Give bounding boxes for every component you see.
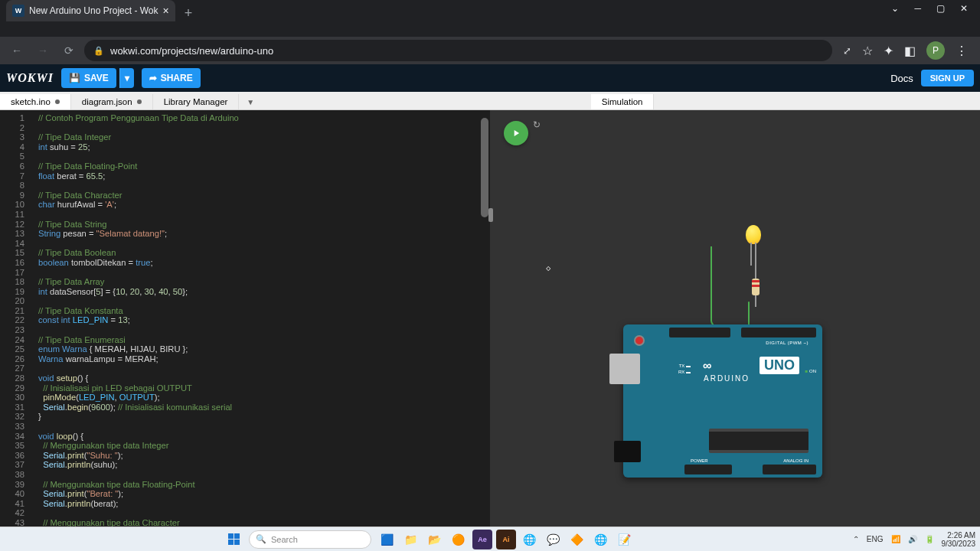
aftereffects-icon[interactable]: Ae [472, 530, 492, 549]
chrome2-icon[interactable]: 🌐 [591, 530, 611, 549]
tab-menu-dropdown[interactable]: ▼ [239, 95, 262, 109]
close-tab-icon[interactable]: × [163, 5, 169, 17]
power-jack [614, 441, 641, 462]
digital-label: DIGITAL (PWM ~) [766, 341, 808, 345]
url-text: wokwi.com/projects/new/arduino-uno [110, 45, 273, 57]
wokwi-logo[interactable]: WOKWI [6, 71, 54, 85]
play-button[interactable] [504, 121, 528, 145]
widgets-icon[interactable]: 🟦 [377, 530, 397, 549]
simulation-pane[interactable]: ↻ ⬦ [493, 110, 980, 527]
taskbar-search[interactable]: 🔍 Search [249, 530, 371, 549]
system-tray[interactable]: ⌃ ENG 📶 🔊 🔋 2:26 AM 9/30/2023 [853, 531, 975, 548]
clock[interactable]: 2:26 AM 9/30/2023 [942, 531, 976, 548]
arduino-text: ARDUINO [704, 374, 750, 383]
cursor-icon: ⬦ [545, 261, 551, 273]
atmega-chip [709, 429, 808, 453]
save-button[interactable]: 💾 SAVE [61, 68, 116, 88]
start-button[interactable] [223, 530, 246, 549]
windows-taskbar: 🔍 Search 🟦 📁 📂 🟠 Ae Ai 🌐 💬 🔶 🌐 📝 ⌃ ENG 📶… [0, 527, 980, 551]
profile-avatar[interactable]: P [926, 41, 945, 60]
resistor-component[interactable] [752, 267, 760, 298]
docs-link[interactable]: Docs [890, 73, 913, 84]
lock-icon: 🔒 [93, 46, 104, 56]
browser-tab[interactable]: W New Arduino Uno Project - Wok × [6, 0, 175, 21]
save-icon: 💾 [69, 73, 80, 83]
forward-button[interactable]: → [32, 40, 54, 61]
notepad-icon[interactable]: 📝 [615, 530, 635, 549]
search-icon: 🔍 [256, 534, 266, 544]
favicon-icon: W [12, 5, 24, 17]
share-icon: ➦ [149, 73, 157, 83]
language-indicator[interactable]: ENG [867, 535, 884, 543]
uno-label: UNO [760, 357, 799, 374]
tab-simulation[interactable]: Simulation [591, 94, 655, 109]
illustrator-icon[interactable]: Ai [496, 530, 516, 549]
whatsapp-icon[interactable]: 💬 [544, 530, 564, 549]
app-icon[interactable]: 🔶 [567, 530, 587, 549]
save-dropdown[interactable]: ▾ [119, 68, 134, 88]
address-bar: ← → ⟳ 🔒 wokwi.com/projects/new/arduino-u… [0, 37, 980, 64]
infinity-icon: ∞ [703, 359, 712, 373]
extensions-icon[interactable]: ✦ [884, 44, 893, 58]
editor-scrollbar[interactable] [481, 118, 488, 217]
share-button[interactable]: ➦ SHARE [142, 68, 201, 88]
pin-header[interactable] [669, 328, 730, 337]
tab-sketch[interactable]: sketch.ino [0, 94, 71, 109]
battery-icon[interactable]: 🔋 [925, 535, 934, 543]
wire[interactable] [710, 246, 749, 327]
url-input[interactable]: 🔒 wokwi.com/projects/new/arduino-uno [84, 40, 832, 61]
tab-library-manager[interactable]: Library Manager [153, 94, 240, 109]
tray-chevron-icon[interactable]: ⌃ [853, 535, 859, 543]
sidepanel-icon[interactable]: ◧ [904, 44, 916, 58]
editor-tab-row: sketch.ino diagram.json Library Manager … [0, 92, 980, 110]
reload-button[interactable]: ⟳ [58, 40, 80, 61]
code-content[interactable]: // Contoh Program Penggunaan Tipe Data d… [32, 110, 490, 527]
tab-diagram[interactable]: diagram.json [71, 94, 153, 109]
play-icon [511, 128, 521, 139]
maximize-icon[interactable]: ▢ [936, 3, 945, 14]
usb-port [609, 354, 640, 384]
wifi-icon[interactable]: 📶 [891, 535, 900, 543]
menu-icon[interactable]: ⋮ [956, 44, 968, 58]
chevron-down-icon[interactable]: ⌄ [891, 3, 899, 14]
dirty-indicator-icon [137, 99, 142, 104]
explorer-icon[interactable]: 📁 [401, 530, 421, 549]
install-icon[interactable]: ⤢ [843, 45, 851, 57]
arduino-board[interactable]: ∞ UNO ARDUINO DIGITAL (PWM ~) TX ▬ RX ▬ … [623, 324, 822, 478]
arduino-logo: ∞ [703, 359, 712, 373]
app-header: WOKWI 💾 SAVE ▾ ➦ SHARE Docs SIGN UP [0, 64, 980, 92]
on-led: ON [805, 369, 816, 373]
pin-header[interactable] [763, 465, 816, 474]
power-label: POWER [691, 458, 708, 463]
close-icon[interactable]: ✕ [960, 3, 968, 14]
line-gutter: 1234567891011121314151617181920212223242… [0, 110, 32, 527]
back-button[interactable]: ← [6, 40, 28, 61]
chrome-icon[interactable]: 🌐 [520, 530, 540, 549]
pin-header[interactable] [684, 465, 732, 474]
tx-rx-leds: TX ▬ RX ▬ [678, 363, 691, 375]
blender-icon[interactable]: 🟠 [449, 530, 469, 549]
new-tab-button[interactable]: + [175, 5, 202, 21]
analog-label: ANALOG IN [783, 458, 808, 463]
folder-icon[interactable]: 📂 [425, 530, 445, 549]
refresh-icon[interactable]: ↻ [533, 119, 541, 130]
browser-chrome: W New Arduino Uno Project - Wok × + ⌄ ─ … [0, 0, 980, 37]
dirty-indicator-icon [55, 99, 60, 104]
bookmark-icon[interactable]: ☆ [862, 44, 873, 58]
windows-icon [228, 533, 240, 545]
pin-header[interactable] [741, 328, 816, 337]
signup-button[interactable]: SIGN UP [921, 70, 974, 86]
code-editor[interactable]: 1234567891011121314151617181920212223242… [0, 110, 490, 527]
main-split: 1234567891011121314151617181920212223242… [0, 110, 980, 527]
volume-icon[interactable]: 🔊 [908, 535, 917, 543]
reset-button[interactable] [634, 335, 645, 346]
led-component[interactable] [746, 225, 761, 244]
minimize-icon[interactable]: ─ [914, 3, 921, 14]
tab-title: New Arduino Uno Project - Wok [29, 5, 158, 16]
